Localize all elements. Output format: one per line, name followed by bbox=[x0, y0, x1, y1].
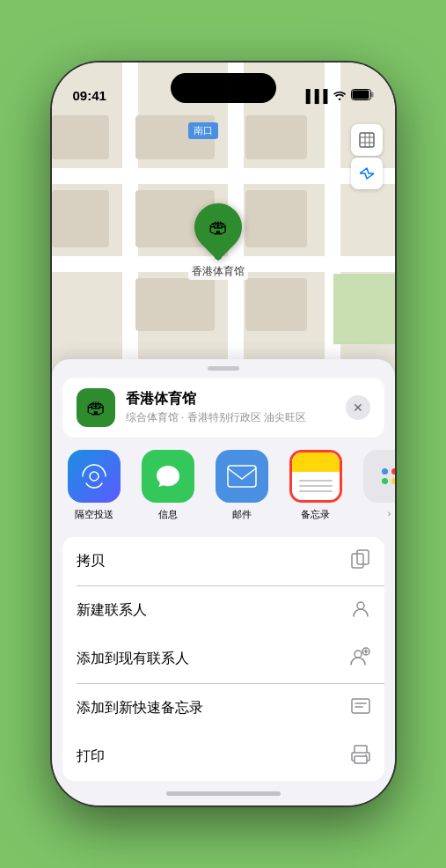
wifi-icon bbox=[333, 89, 347, 103]
notes-top-bar bbox=[292, 452, 340, 472]
more-dot bbox=[382, 478, 388, 484]
status-time: 09:41 bbox=[73, 88, 106, 103]
svg-rect-1 bbox=[371, 92, 374, 98]
marker-label: 香港体育馆 bbox=[188, 263, 248, 280]
home-indicator bbox=[52, 781, 395, 805]
mail-label: 邮件 bbox=[232, 508, 252, 521]
bottom-sheet: 🏟 香港体育馆 综合体育馆 · 香港特别行政区 油尖旺区 ✕ bbox=[52, 359, 395, 805]
more-label: › bbox=[388, 508, 391, 519]
map-block bbox=[135, 278, 215, 331]
share-item-messages[interactable]: 信息 bbox=[136, 450, 200, 521]
phone-frame: 09:41 ▐▐▐ bbox=[52, 63, 395, 805]
notes-icon-inner bbox=[292, 452, 340, 500]
notes-line bbox=[299, 485, 333, 487]
add-notes-label: 添加到新快速备忘录 bbox=[77, 699, 203, 717]
copy-label: 拷贝 bbox=[77, 552, 105, 570]
share-item-more[interactable]: › bbox=[358, 450, 395, 521]
status-icons: ▐▐▐ bbox=[302, 89, 374, 103]
svg-point-12 bbox=[357, 602, 364, 609]
location-header: 🏟 香港体育馆 综合体育馆 · 香港特别行政区 油尖旺区 ✕ bbox=[62, 378, 384, 438]
map-block bbox=[52, 190, 109, 247]
svg-rect-9 bbox=[228, 466, 256, 487]
mail-icon bbox=[216, 450, 268, 503]
signal-icon: ▐▐▐ bbox=[302, 89, 328, 103]
svg-rect-16 bbox=[355, 746, 367, 753]
share-item-notes[interactable]: 备忘录 bbox=[284, 450, 347, 521]
map-block bbox=[245, 278, 307, 331]
messages-label: 信息 bbox=[158, 508, 178, 521]
location-button[interactable] bbox=[351, 158, 383, 189]
map-type-button[interactable] bbox=[351, 124, 383, 156]
notes-icon bbox=[289, 450, 342, 503]
action-add-existing[interactable]: 添加到现有联系人 bbox=[62, 635, 384, 683]
location-name: 香港体育馆 bbox=[126, 390, 335, 408]
add-existing-icon bbox=[349, 647, 370, 671]
svg-rect-2 bbox=[352, 91, 369, 99]
svg-point-8 bbox=[90, 472, 99, 481]
more-dot bbox=[391, 478, 395, 484]
map-block bbox=[245, 190, 307, 247]
svg-rect-3 bbox=[360, 133, 374, 147]
svg-rect-15 bbox=[352, 699, 369, 713]
more-dot bbox=[382, 468, 388, 474]
marker-pin: 🏟 bbox=[184, 194, 251, 261]
airdrop-icon bbox=[68, 450, 121, 503]
battery-icon bbox=[351, 89, 374, 103]
location-subtitle: 综合体育馆 · 香港特别行政区 油尖旺区 bbox=[126, 410, 335, 425]
map-road bbox=[52, 168, 395, 184]
notes-line bbox=[299, 480, 333, 482]
svg-rect-17 bbox=[355, 756, 367, 763]
copy-icon bbox=[351, 549, 370, 573]
action-add-notes[interactable]: 添加到新快速备忘录 bbox=[62, 684, 384, 732]
notes-lines bbox=[292, 472, 340, 500]
phone-screen: 09:41 ▐▐▐ bbox=[52, 63, 395, 805]
home-bar bbox=[166, 791, 281, 796]
location-venue-icon: 🏟 bbox=[77, 388, 115, 427]
svg-point-18 bbox=[365, 754, 367, 756]
airdrop-label: 隔空投送 bbox=[75, 508, 113, 521]
dynamic-island bbox=[171, 73, 276, 103]
map-label: 南口 bbox=[188, 122, 218, 139]
share-row: 隔空投送 信息 bbox=[52, 438, 395, 530]
map-block bbox=[245, 115, 307, 159]
action-new-contact[interactable]: 新建联系人 bbox=[62, 586, 384, 635]
add-existing-label: 添加到现有联系人 bbox=[77, 650, 189, 668]
messages-icon bbox=[142, 450, 194, 503]
action-rows: 拷贝 新建联系人 bbox=[62, 537, 384, 781]
map-controls bbox=[351, 124, 383, 189]
print-label: 打印 bbox=[77, 747, 105, 766]
more-icon bbox=[363, 450, 395, 503]
sheet-handle bbox=[208, 366, 239, 371]
new-contact-label: 新建联系人 bbox=[77, 601, 147, 620]
share-item-airdrop[interactable]: 隔空投送 bbox=[62, 450, 126, 521]
marker-icon: 🏟 bbox=[208, 216, 228, 239]
notes-line bbox=[299, 490, 333, 492]
location-info: 香港体育馆 综合体育馆 · 香港特别行政区 油尖旺区 bbox=[126, 390, 335, 425]
print-icon bbox=[351, 745, 370, 769]
close-button[interactable]: ✕ bbox=[346, 395, 370, 420]
new-contact-icon bbox=[351, 599, 370, 622]
action-copy[interactable]: 拷贝 bbox=[62, 537, 384, 585]
action-print[interactable]: 打印 bbox=[62, 732, 384, 781]
map-green bbox=[333, 274, 395, 344]
more-dots bbox=[382, 468, 395, 484]
map-block bbox=[52, 115, 109, 159]
stadium-marker: 🏟 香港体育馆 bbox=[188, 203, 248, 280]
add-notes-icon bbox=[351, 696, 370, 720]
more-dot-row-1 bbox=[382, 468, 395, 474]
svg-point-13 bbox=[355, 651, 362, 658]
more-dot bbox=[391, 468, 395, 474]
share-item-mail[interactable]: 邮件 bbox=[210, 450, 274, 521]
more-dot-row-2 bbox=[382, 478, 395, 484]
notes-label: 备忘录 bbox=[301, 508, 330, 521]
